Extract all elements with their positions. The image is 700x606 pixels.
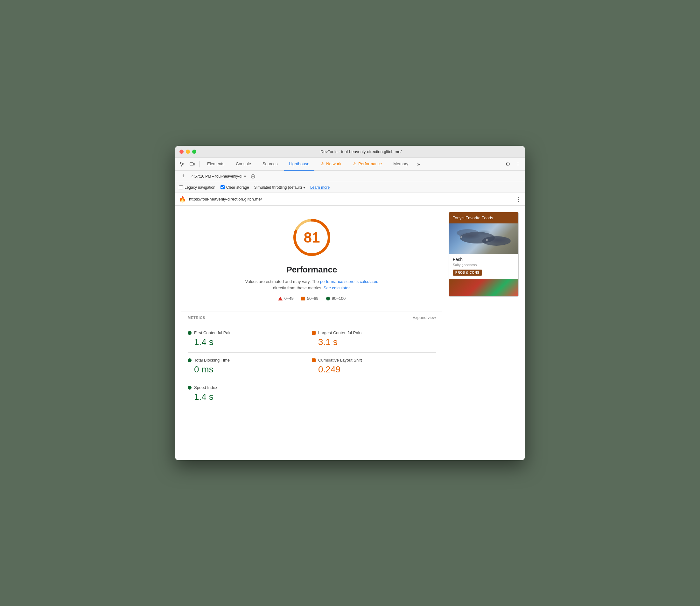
legacy-navigation-label: Legacy navigation	[185, 185, 215, 190]
learn-more-link[interactable]: Learn more	[310, 185, 330, 190]
site-icon: 🔥	[179, 196, 186, 203]
good-icon	[326, 297, 330, 300]
device-mode-button[interactable]	[188, 160, 197, 169]
expand-view-button[interactable]: Expand view	[412, 315, 436, 320]
metrics-grid: First Contentful Paint 1.4 s Largest Con…	[188, 325, 436, 407]
session-dropdown-icon: ▾	[244, 174, 246, 179]
cls-value: 0.249	[312, 365, 436, 375]
metrics-header: METRICS Expand view	[188, 315, 436, 320]
preview-food-image2	[449, 279, 518, 296]
clear-storage-checkbox[interactable]	[220, 185, 225, 189]
tab-memory[interactable]: Memory	[388, 158, 413, 170]
url-more-button[interactable]: ⋮	[515, 196, 521, 202]
calculator-link[interactable]: See calculator.	[323, 285, 351, 290]
food-name: Fesh	[453, 257, 514, 262]
throttle-dropdown-icon: ▾	[303, 185, 305, 190]
preview-card-header: Tony's Favorite Foods	[449, 212, 518, 224]
legend-item-fail: 0–49	[278, 296, 294, 301]
lcp-value: 3.1 s	[312, 337, 436, 347]
svg-rect-0	[190, 163, 193, 165]
tab-lighthouse[interactable]: Lighthouse	[284, 158, 315, 170]
lcp-indicator	[312, 331, 316, 335]
svg-point-7	[482, 236, 511, 246]
svg-point-8	[457, 229, 479, 237]
traffic-lights	[179, 149, 196, 154]
toolbar-separator	[199, 161, 199, 167]
si-name: Speed Index	[194, 385, 217, 390]
preview-card: Tony's Favorite Foods	[449, 212, 518, 297]
divider	[182, 311, 442, 312]
network-warning-icon: ⚠	[321, 161, 324, 166]
tab-toolbar: Elements Console Sources Lighthouse ⚠ Ne…	[175, 158, 525, 170]
metric-cls: Cumulative Layout Shift 0.249	[312, 352, 436, 380]
si-value: 1.4 s	[188, 392, 312, 402]
perf-score-link[interactable]: performance score is calculated	[320, 279, 379, 284]
settings-button[interactable]: ⚙	[503, 160, 512, 169]
fcp-value: 1.4 s	[188, 337, 312, 347]
main-content: 81 Performance Values are estimated and …	[175, 206, 525, 460]
performance-score: 81	[304, 229, 320, 246]
record-stop-button[interactable]	[250, 173, 256, 180]
options-toolbar: Legacy navigation Clear storage Simulate…	[175, 182, 525, 193]
fail-icon	[278, 297, 283, 300]
legend-item-average: 50–89	[301, 296, 318, 301]
pros-cons-button[interactable]: PROS & CONS	[453, 270, 482, 276]
tab-console[interactable]: Console	[231, 158, 256, 170]
tbt-name: Total Blocking Time	[194, 358, 230, 363]
cls-indicator	[312, 358, 316, 362]
session-selector[interactable]: 4:57:16 PM – foul-heavenly-di ▾	[192, 174, 246, 179]
tbt-value: 0 ms	[188, 365, 312, 375]
tab-performance[interactable]: ⚠ Performance	[348, 158, 387, 170]
fcp-indicator	[188, 331, 192, 335]
score-legend: 0–49 50–89 90–100	[278, 296, 345, 301]
food-desc: Salty goodness	[453, 263, 514, 267]
legacy-navigation-checkbox[interactable]	[179, 185, 183, 189]
titlebar: DevTools - foul-heavenly-direction.glitc…	[175, 146, 525, 158]
more-tabs-button[interactable]: »	[415, 158, 423, 170]
inspect-element-button[interactable]	[177, 160, 187, 169]
metric-lcp: Largest Contentful Paint 3.1 s	[312, 325, 436, 352]
clear-storage-label: Clear storage	[226, 185, 249, 190]
score-circle-container: 81	[290, 215, 334, 260]
fcp-name: First Contentful Paint	[194, 330, 233, 335]
tab-elements[interactable]: Elements	[202, 158, 230, 170]
throttle-label: Simulated throttling (default)	[254, 185, 302, 190]
lcp-name: Largest Contentful Paint	[318, 330, 362, 335]
secondary-toolbar: + 4:57:16 PM – foul-heavenly-di ▾	[175, 170, 525, 182]
url-text: https://foul-heavenly-direction.glitch.m…	[189, 197, 512, 202]
tab-network[interactable]: ⚠ Network	[316, 158, 346, 170]
average-icon	[301, 297, 305, 300]
fullscreen-button[interactable]	[192, 149, 196, 154]
window-title: DevTools - foul-heavenly-direction.glitc…	[201, 149, 521, 154]
fish-svg	[449, 224, 518, 254]
cls-name: Cumulative Layout Shift	[318, 358, 362, 363]
svg-rect-1	[193, 163, 194, 165]
preview-card-body: Fesh Salty goodness PROS & CONS	[449, 254, 518, 279]
metric-tbt: Total Blocking Time 0 ms	[188, 352, 312, 380]
good-range: 90–100	[332, 296, 345, 301]
new-session-button[interactable]: +	[179, 172, 188, 181]
throttle-selector[interactable]: Simulated throttling (default) ▾	[254, 185, 305, 190]
tbt-indicator	[188, 358, 192, 362]
preview-panel: Tony's Favorite Foods	[449, 212, 518, 454]
tab-sources[interactable]: Sources	[258, 158, 283, 170]
session-label: 4:57:16 PM – foul-heavenly-di	[192, 174, 242, 179]
performance-title: Performance	[287, 265, 337, 275]
minimize-button[interactable]	[186, 149, 190, 154]
performance-description: Values are estimated and may vary. The p…	[245, 279, 379, 291]
legacy-navigation-option[interactable]: Legacy navigation	[179, 185, 215, 190]
close-button[interactable]	[179, 149, 184, 154]
legend-item-good: 90–100	[326, 296, 345, 301]
preview-food-image	[449, 224, 518, 254]
left-panel: 81 Performance Values are estimated and …	[182, 212, 442, 454]
clear-storage-option[interactable]: Clear storage	[220, 185, 249, 190]
average-range: 50–89	[307, 296, 318, 301]
svg-point-10	[486, 239, 488, 241]
more-options-button[interactable]: ⋮	[513, 160, 523, 169]
devtools-body: Elements Console Sources Lighthouse ⚠ Ne…	[175, 158, 525, 460]
metric-si: Speed Index 1.4 s	[188, 380, 312, 407]
metrics-section: METRICS Expand view First Contentful Pai…	[182, 315, 442, 407]
devtools-window: DevTools - foul-heavenly-direction.glitc…	[175, 146, 525, 460]
performance-warning-icon: ⚠	[353, 161, 357, 166]
svg-point-9	[460, 236, 462, 238]
